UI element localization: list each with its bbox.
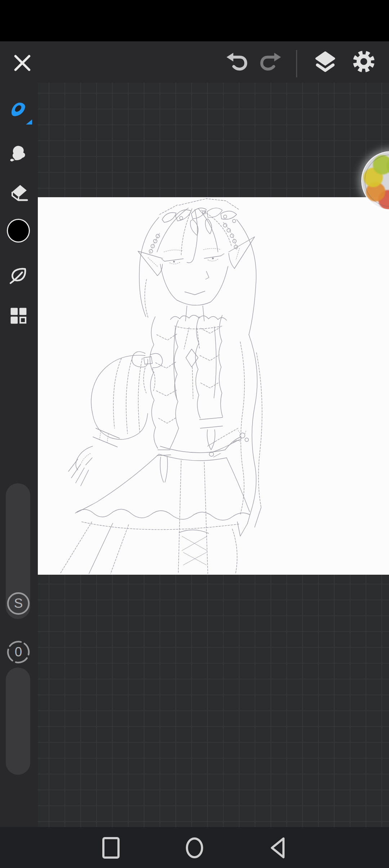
redo-icon — [259, 50, 282, 73]
circle-icon — [184, 836, 205, 860]
tool-grid[interactable] — [7, 304, 30, 327]
tool-color[interactable] — [7, 219, 30, 242]
wheel-swatch-yellow-green — [373, 155, 389, 175]
settings-button[interactable] — [351, 49, 377, 74]
back-button[interactable] — [266, 836, 289, 860]
grid-icon — [8, 306, 28, 326]
brush-icon — [8, 100, 29, 121]
home-button[interactable] — [183, 836, 206, 860]
wheel-swatch-orange — [366, 182, 385, 202]
brush-selected-indicator — [26, 119, 32, 125]
layers-button[interactable] — [313, 49, 338, 74]
gear-icon — [351, 49, 376, 74]
tool-brush[interactable] — [7, 99, 30, 122]
leaf-icon — [8, 265, 29, 286]
triangle-left-icon — [268, 836, 287, 860]
drawing-page[interactable] — [38, 197, 389, 575]
square-icon — [102, 836, 120, 859]
wheel-swatch-red — [378, 190, 389, 209]
brush-size-badge[interactable]: S — [6, 592, 30, 615]
undo-button[interactable] — [224, 49, 249, 74]
opacity-badge[interactable]: 0 — [6, 640, 30, 664]
wheel-swatch-yellow — [363, 168, 383, 187]
canvas-viewport[interactable] — [38, 83, 389, 827]
close-icon — [12, 53, 32, 73]
redo-button[interactable] — [258, 49, 283, 74]
tool-eraser[interactable] — [7, 181, 30, 204]
sketch-drawing — [38, 197, 389, 575]
eraser-icon — [8, 181, 29, 203]
status-bar — [0, 0, 389, 41]
toolbar — [0, 41, 389, 83]
close-button[interactable] — [11, 51, 34, 74]
tool-material[interactable] — [7, 264, 30, 287]
color-swatch — [7, 219, 30, 243]
opacity-slider[interactable] — [6, 668, 30, 775]
tool-smudge[interactable] — [7, 141, 30, 164]
recents-button[interactable] — [99, 836, 122, 860]
finger-smudge-icon — [8, 142, 29, 163]
wheel-swatch-green — [386, 156, 389, 176]
toolbar-divider — [296, 50, 297, 77]
undo-icon — [225, 50, 248, 73]
layers-icon — [313, 50, 337, 74]
